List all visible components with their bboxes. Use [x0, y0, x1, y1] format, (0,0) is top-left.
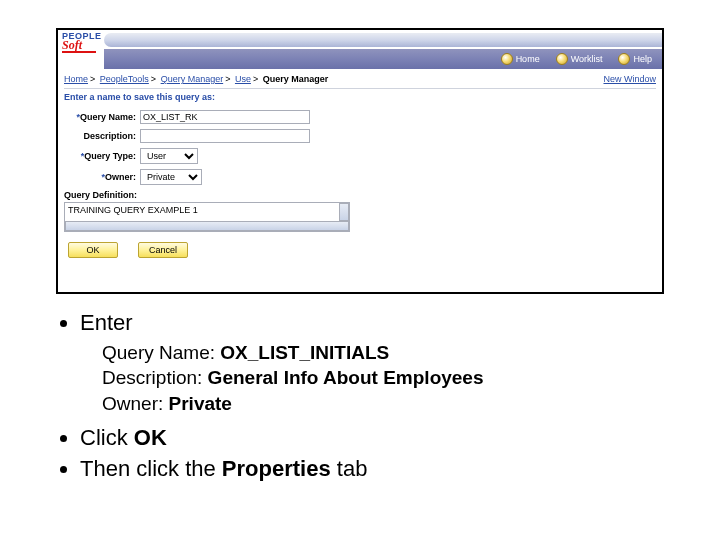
scrollbar-vertical[interactable] [339, 203, 349, 221]
nav-worklist[interactable]: Worklist [556, 53, 603, 65]
cancel-button[interactable]: Cancel [138, 242, 188, 258]
nav-home[interactable]: Home [501, 53, 540, 65]
sub-bullets: Query Name: OX_LIST_INITIALS Description… [102, 340, 664, 417]
owner-select[interactable]: Private [140, 169, 202, 185]
line-query-name: Query Name: OX_LIST_INITIALS [102, 340, 664, 366]
description-label: Description: [64, 131, 140, 141]
query-type-select[interactable]: User [140, 148, 198, 164]
nav-bar: Home Worklist Help [104, 49, 662, 69]
ok-button[interactable]: OK [68, 242, 118, 258]
worklist-icon [556, 53, 568, 65]
line-owner: Owner: Private [102, 391, 664, 417]
home-icon [501, 53, 513, 65]
query-definition-value: TRAINING QUERY EXAMPLE 1 [68, 205, 198, 215]
nav-home-label: Home [516, 54, 540, 64]
peoplesoft-logo: PEOPLE Soft [62, 32, 106, 53]
crumb-home[interactable]: Home [64, 74, 88, 84]
scrollbar-horizontal[interactable] [65, 221, 349, 231]
crumb-current: Query Manager [263, 74, 329, 84]
query-definition-textarea[interactable]: TRAINING QUERY EXAMPLE 1 [64, 202, 350, 232]
owner-label: *Owner: [64, 172, 140, 182]
form-prompt: Enter a name to save this query as: [64, 92, 656, 102]
app-screenshot: PEOPLE Soft Home Worklist Help Home> Peo… [56, 28, 664, 294]
crumb-peopletools[interactable]: PeopleTools [100, 74, 149, 84]
help-icon [618, 53, 630, 65]
nav-help-label: Help [633, 54, 652, 64]
save-query-form: Enter a name to save this query as: *Que… [64, 92, 656, 258]
query-name-label: *Query Name: [64, 112, 140, 122]
nav-help[interactable]: Help [618, 53, 652, 65]
bullet-enter: Enter [80, 308, 664, 338]
line-description: Description: General Info About Employee… [102, 365, 664, 391]
header-bar [104, 33, 662, 47]
logo-bottom: Soft [62, 40, 96, 53]
crumb-use[interactable]: Use [235, 74, 251, 84]
nav-worklist-label: Worklist [571, 54, 603, 64]
bullet-click-ok: Click OK [80, 423, 664, 453]
description-input[interactable] [140, 129, 310, 143]
query-name-input[interactable] [140, 110, 310, 124]
slide-bullets: Enter Query Name: OX_LIST_INITIALS Descr… [56, 308, 664, 484]
query-definition-label: Query Definition: [64, 190, 137, 200]
crumb-query-manager[interactable]: Query Manager [161, 74, 224, 84]
query-type-label: *Query Type: [64, 151, 140, 161]
bullet-click-properties: Then click the Properties tab [80, 454, 664, 484]
new-window-link[interactable]: New Window [603, 74, 656, 84]
breadcrumb: Home> PeopleTools> Query Manager> Use> Q… [64, 74, 656, 89]
